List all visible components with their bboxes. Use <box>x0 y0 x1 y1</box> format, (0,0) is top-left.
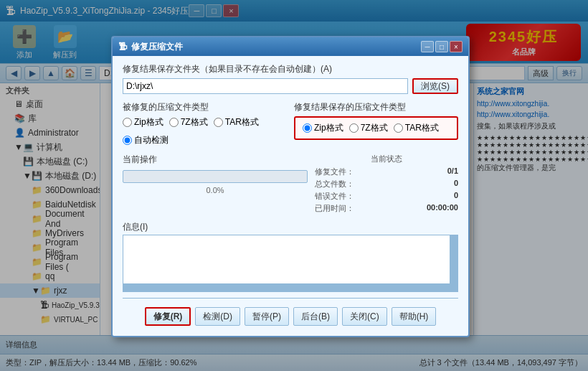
error-files-val: 0 <box>454 191 458 202</box>
dialog-minimize-button[interactable]: ─ <box>421 41 434 52</box>
target-type-box: Zip格式 7Z格式 TAR格式 <box>294 116 458 140</box>
repair-button[interactable]: 修复(R) <box>145 307 191 326</box>
target-type-col: 修复结果保存的压缩文件类型 Zip格式 7Z格式 TAR格式 <box>294 101 458 146</box>
folder-path-input[interactable] <box>123 78 408 94</box>
source-type-radio-group: Zip格式 7Z格式 TAR格式 自动检测 <box>123 116 287 146</box>
output-folder-label: 修复结果保存文件夹（如果目录不存在会自动创建）(A) <box>123 63 458 75</box>
target-type-label: 修复结果保存的压缩文件类型 <box>294 101 458 113</box>
source-auto-option[interactable]: 自动检测 <box>123 134 169 146</box>
current-state-label: 当前状态 <box>315 154 458 164</box>
dialog-body: 修复结果保存文件夹（如果目录不存在会自动创建）(A) 浏览(S) 被修复的压缩文… <box>113 56 468 336</box>
info-section: 信息(I) <box>123 221 458 292</box>
elapsed-key: 已用时间： <box>315 203 354 214</box>
dialog-title-text: 修复压缩文件 <box>131 41 419 53</box>
dialog-title-bar: 🗜 修复压缩文件 ─ □ × <box>113 37 468 56</box>
type-selection-area: 被修复的压缩文件类型 Zip格式 7Z格式 TAR格式 <box>123 101 458 146</box>
status-row-file: 修复文件： 0/1 <box>315 166 458 177</box>
current-file-key: 修复文件： <box>315 166 354 177</box>
status-row-error: 错误文件： 0 <box>315 191 458 202</box>
target-zip-option[interactable]: Zip格式 <box>303 122 343 134</box>
dialog-maximize-button[interactable]: □ <box>435 41 448 52</box>
source-type-col: 被修复的压缩文件类型 Zip格式 7Z格式 TAR格式 <box>123 101 287 146</box>
status-row-total: 总文件数： 0 <box>315 179 458 189</box>
target-type-radio-group: Zip格式 7Z格式 TAR格式 <box>303 122 450 134</box>
source-7z-option[interactable]: 7Z格式 <box>169 116 208 128</box>
progress-label: 0.0% <box>123 186 308 194</box>
background-button[interactable]: 后台(B) <box>293 307 338 326</box>
browse-button[interactable]: 浏览(S) <box>412 78 458 94</box>
target-7z-option[interactable]: 7Z格式 <box>349 122 388 134</box>
dialog-separator <box>123 298 458 299</box>
info-label: 信息(I) <box>123 221 458 233</box>
source-tar-option[interactable]: TAR格式 <box>214 116 259 128</box>
dialog-buttons: 修复(R) 检测(D) 暂停(P) 后台(B) 关闭(C) 帮助(H) <box>123 303 458 329</box>
source-zip-option[interactable]: Zip格式 <box>123 116 163 128</box>
pause-button[interactable]: 暂停(P) <box>245 307 289 326</box>
progress-col: 当前操作 0.0% <box>123 154 308 215</box>
modal-overlay: 🗜 修复压缩文件 ─ □ × 修复结果保存文件夹（如果目录不存在会自动创建）(A… <box>0 0 588 371</box>
detect-button[interactable]: 检测(D) <box>195 307 240 326</box>
total-files-val: 0 <box>454 179 458 189</box>
progress-bar-container <box>123 170 308 183</box>
total-files-key: 总文件数： <box>315 179 354 189</box>
current-file-val: 0/1 <box>447 166 458 177</box>
status-col: 当前状态 修复文件： 0/1 总文件数： 0 错误文件： 0 <box>315 154 458 215</box>
folder-row: 浏览(S) <box>123 78 458 94</box>
dialog-title-icon: 🗜 <box>118 42 127 52</box>
status-row-elapsed: 已用时间： 00:00:00 <box>315 203 458 214</box>
close-dialog-button[interactable]: 关闭(C) <box>342 307 387 326</box>
source-type-label: 被修复的压缩文件类型 <box>123 101 287 113</box>
info-box <box>123 235 458 292</box>
status-area: 当前操作 0.0% 当前状态 修复文件： 0/1 总文件数： <box>123 154 458 215</box>
dialog-close-button[interactable]: × <box>450 41 463 52</box>
target-tar-option[interactable]: TAR格式 <box>394 122 439 134</box>
help-button[interactable]: 帮助(H) <box>392 307 437 326</box>
error-files-key: 错误文件： <box>315 191 354 202</box>
app-window: 🗜 HaoZip_V5.9.3_XiTongZhiJia.zip - 2345好… <box>0 0 588 371</box>
repair-dialog: 🗜 修复压缩文件 ─ □ × 修复结果保存文件夹（如果目录不存在会自动创建）(A… <box>111 36 470 337</box>
current-op-label: 当前操作 <box>123 154 308 166</box>
elapsed-val: 00:00:00 <box>427 203 458 214</box>
